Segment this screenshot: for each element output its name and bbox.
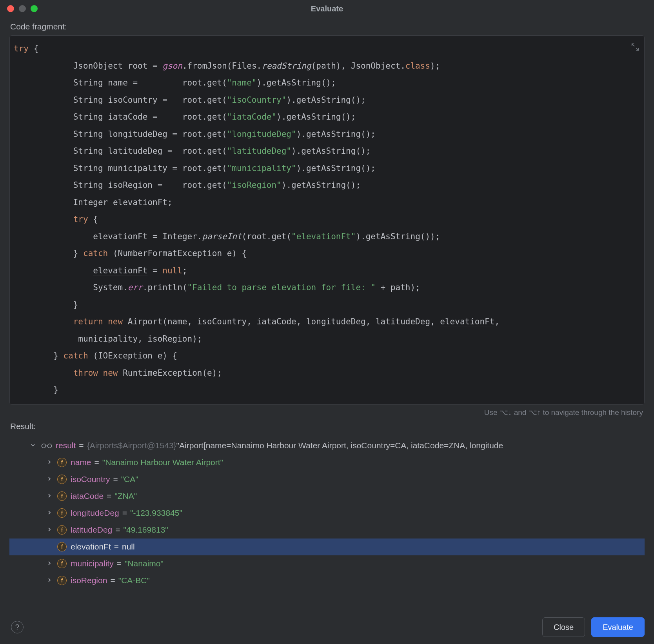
zoom-window-icon[interactable] (31, 5, 38, 12)
field-row-iataCode[interactable]: fiataCode = "ZNA" (9, 488, 645, 505)
titlebar: Evaluate (0, 0, 654, 17)
window-title: Evaluate (0, 4, 654, 13)
chevron-right-icon[interactable] (46, 476, 53, 483)
chevron-right-icon[interactable] (46, 459, 53, 466)
field-row-elevationFt[interactable]: felevationFt = null (9, 538, 645, 555)
field-row-name[interactable]: fname = "Nanaimo Harbour Water Airport" (9, 454, 645, 471)
tree-root[interactable]: result = {Airports$Airport@1543} "Airpor… (9, 437, 645, 454)
chevron-right-icon[interactable] (46, 509, 53, 517)
chevron-right-icon[interactable] (46, 577, 53, 584)
chevron-right-icon[interactable] (46, 560, 53, 567)
field-icon: f (57, 491, 67, 501)
chevron-down-icon[interactable] (30, 442, 37, 449)
field-row-longitudeDeg[interactable]: flongitudeDeg = "-123.933845" (9, 505, 645, 522)
close-button[interactable]: Close (542, 617, 585, 637)
evaluate-dialog: Evaluate Code fragment: try { JsonObject… (0, 0, 654, 644)
code-fragment-label: Code fragment: (10, 22, 645, 31)
svg-point-0 (42, 444, 45, 448)
field-icon: f (57, 475, 67, 484)
result-tree[interactable]: result = {Airports$Airport@1543} "Airpor… (9, 437, 645, 612)
help-icon[interactable]: ? (11, 621, 24, 633)
field-icon: f (57, 559, 67, 568)
field-icon: f (57, 525, 67, 535)
watch-icon (41, 442, 53, 449)
code-editor[interactable]: try { JsonObject root = gson.fromJson(Fi… (9, 35, 645, 405)
evaluate-button[interactable]: Evaluate (591, 617, 645, 637)
field-row-isoCountry[interactable]: fisoCountry = "CA" (9, 471, 645, 488)
field-row-latitudeDeg[interactable]: flatitudeDeg = "49.169813" (9, 522, 645, 538)
field-icon: f (57, 458, 67, 467)
field-icon: f (57, 576, 67, 585)
history-hint: Use ⌥↓ and ⌥↑ to navigate through the hi… (9, 408, 643, 417)
chevron-right-icon[interactable] (46, 493, 53, 500)
field-icon: f (57, 508, 67, 518)
result-label: Result: (10, 422, 645, 431)
minimize-window-icon[interactable] (19, 5, 26, 12)
field-row-isoRegion[interactable]: fisoRegion = "CA-BC" (9, 572, 645, 589)
field-row-municipality[interactable]: fmunicipality = "Nanaimo" (9, 555, 645, 572)
window-controls (7, 5, 38, 12)
close-window-icon[interactable] (7, 5, 14, 12)
chevron-right-icon[interactable] (46, 526, 53, 533)
expand-icon[interactable] (631, 40, 639, 49)
svg-point-1 (47, 444, 51, 448)
field-icon: f (57, 542, 67, 551)
